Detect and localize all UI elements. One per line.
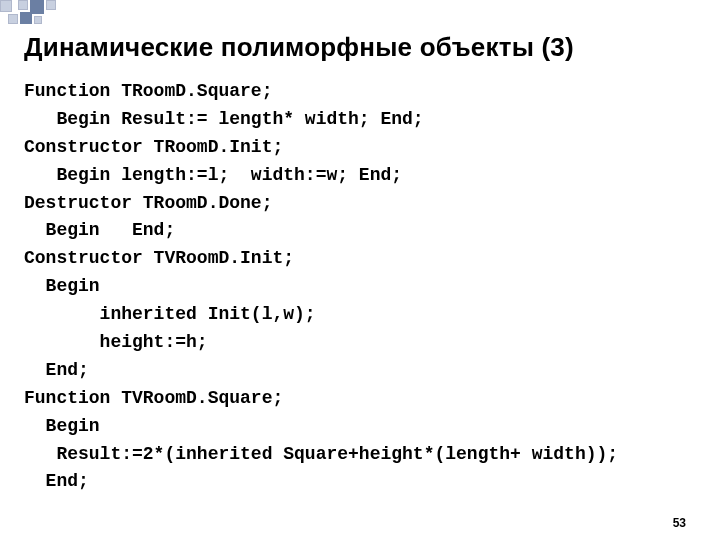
corner-decoration [0, 0, 90, 30]
page-number: 53 [673, 516, 686, 530]
code-block: Function TRoomD.Square; Begin Result:= l… [24, 78, 702, 496]
slide-title: Динамические полиморфные объекты (3) [24, 32, 574, 63]
